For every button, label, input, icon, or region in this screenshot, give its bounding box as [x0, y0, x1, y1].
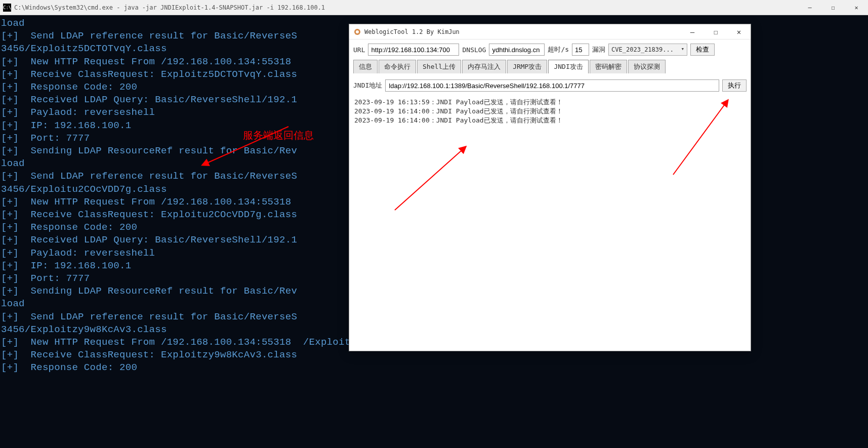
- minimize-button[interactable]: —: [798, 0, 821, 15]
- tab-2[interactable]: Shell上传: [417, 60, 461, 73]
- timeout-input[interactable]: [572, 44, 589, 56]
- annotation-server-returns: 服务端返回信息: [243, 129, 314, 142]
- tool-minimize-button[interactable]: —: [681, 24, 704, 39]
- cmd-icon: C:\: [3, 4, 11, 12]
- tab-5[interactable]: JNDI攻击: [548, 60, 588, 73]
- svg-point-1: [356, 30, 359, 33]
- cmd-window-buttons: — ☐ ✕: [798, 0, 868, 15]
- dnslog-input[interactable]: [489, 44, 545, 56]
- jndi-label: JNDI地址: [353, 81, 382, 90]
- tab-1[interactable]: 命令执行: [379, 60, 416, 73]
- tab-0[interactable]: 信息: [353, 60, 378, 73]
- maximize-button[interactable]: ☐: [821, 0, 845, 15]
- dnslog-label: DNSLOG: [462, 46, 486, 54]
- tool-maximize-button[interactable]: ☐: [704, 24, 727, 39]
- jndi-input[interactable]: [385, 79, 719, 92]
- close-button[interactable]: ✕: [845, 0, 868, 15]
- tool-titlebar: WeblogicTool 1.2 By KimJun — ☐ ✕: [349, 24, 751, 39]
- vuln-label: 漏洞: [592, 45, 605, 54]
- cmd-title: C:\Windows\System32\cmd.exe - java -jar …: [14, 4, 325, 11]
- tab-3[interactable]: 内存马注入: [462, 60, 506, 73]
- url-input[interactable]: [368, 44, 459, 56]
- tab-7[interactable]: 协议探测: [628, 60, 666, 73]
- tool-url-row: URL DNSLOG 超时/s 漏洞 CVE_2023_21839... 检查: [349, 39, 751, 60]
- exec-button[interactable]: 执行: [722, 79, 747, 92]
- tab-4[interactable]: JRMP攻击: [507, 60, 547, 73]
- tool-jndi-row: JNDI地址 执行: [349, 74, 751, 95]
- vuln-value: CVE_2023_21839...: [611, 46, 674, 53]
- cmd-titlebar: C:\ C:\Windows\System32\cmd.exe - java -…: [0, 0, 868, 15]
- check-button[interactable]: 检查: [690, 44, 715, 56]
- vuln-select[interactable]: CVE_2023_21839...: [608, 44, 687, 56]
- tool-title: WeblogicTool 1.2 By KimJun: [364, 28, 460, 35]
- url-label: URL: [353, 46, 365, 54]
- tool-close-button[interactable]: ✕: [727, 24, 751, 39]
- weblogictool-window: WeblogicTool 1.2 By KimJun — ☐ ✕ URL DNS…: [349, 24, 751, 351]
- app-icon: [353, 28, 361, 36]
- tool-tabs: 信息命令执行Shell上传内存马注入JRMP攻击JNDI攻击密码解密协议探测: [349, 60, 751, 73]
- tool-window-buttons: — ☐ ✕: [681, 24, 751, 39]
- tab-6[interactable]: 密码解密: [590, 60, 627, 73]
- timeout-label: 超时/s: [548, 45, 569, 54]
- tool-log-output: 2023-09-19 16:13:59：JNDI Payload已发送，请自行测…: [349, 95, 751, 128]
